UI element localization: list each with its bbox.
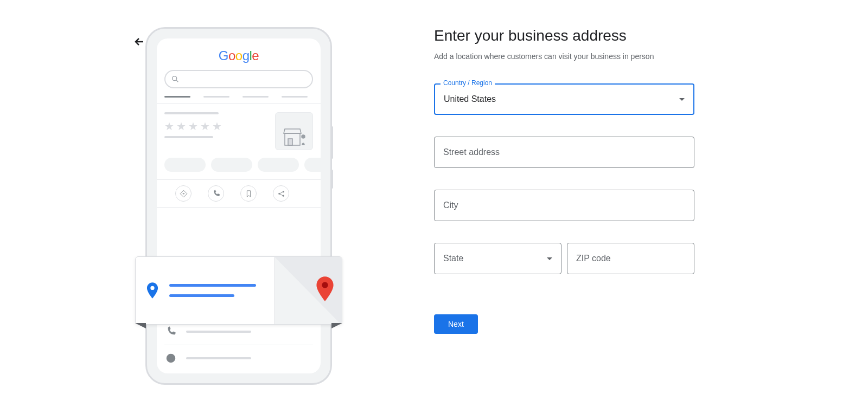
- svg-point-3: [302, 135, 305, 138]
- bookmark-icon: [240, 185, 257, 202]
- google-logo: Google: [157, 48, 321, 63]
- zip-input[interactable]: ZIP code: [567, 243, 694, 274]
- rating-stars-placeholder: ★★★★★: [164, 120, 275, 133]
- share-icon: [273, 185, 289, 202]
- search-bar-placeholder: [164, 70, 313, 88]
- svg-point-4: [278, 193, 280, 195]
- chevron-down-icon: [679, 98, 685, 101]
- street-placeholder: Street address: [443, 147, 500, 157]
- action-row: [157, 179, 321, 208]
- pin-icon: [146, 282, 158, 299]
- svg-point-5: [283, 191, 284, 192]
- map-result-card: [135, 256, 342, 325]
- map-pin-red-icon: [316, 276, 334, 301]
- arrow-left-icon: [133, 35, 146, 48]
- svg-point-0: [173, 76, 177, 81]
- globe-icon: [165, 353, 176, 364]
- country-select[interactable]: United States: [434, 83, 694, 115]
- phone-icon: [165, 326, 176, 337]
- back-button[interactable]: [133, 35, 146, 48]
- chevron-down-icon: [547, 257, 552, 260]
- street-address-input[interactable]: Street address: [434, 137, 694, 168]
- storefront-thumb: [275, 112, 313, 150]
- phone-illustration: Google ★★★★★: [145, 27, 332, 385]
- zip-placeholder: ZIP code: [576, 254, 611, 263]
- country-label: Country / Region: [441, 79, 495, 87]
- directions-icon: [175, 185, 192, 202]
- state-placeholder: State: [443, 254, 463, 263]
- page-title: Enter your business address: [434, 27, 694, 44]
- phone-icon: [208, 185, 224, 202]
- chips-placeholder: [157, 150, 321, 179]
- city-input[interactable]: City: [434, 190, 694, 221]
- state-select[interactable]: State: [434, 243, 561, 274]
- country-value: United States: [444, 94, 496, 104]
- page-subtitle: Add a location where customers can visit…: [434, 52, 694, 61]
- tabs-placeholder: [157, 88, 321, 104]
- svg-point-6: [283, 195, 284, 197]
- city-placeholder: City: [443, 201, 458, 210]
- search-icon: [171, 75, 180, 83]
- next-button[interactable]: Next: [434, 314, 478, 334]
- svg-point-9: [322, 282, 328, 288]
- svg-rect-2: [288, 139, 292, 145]
